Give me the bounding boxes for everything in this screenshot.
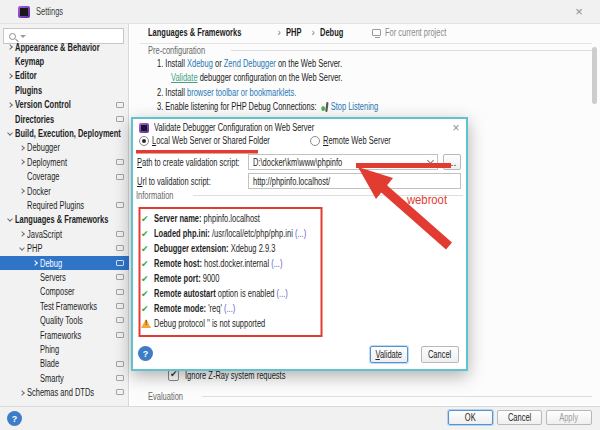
chevron-right-icon[interactable] — [30, 261, 40, 265]
xdebug-link[interactable]: Xdebug — [187, 58, 213, 69]
step-text: 2. Install — [157, 87, 187, 98]
sidebar-item-label: Directories — [15, 114, 54, 125]
details-link[interactable]: (...) — [295, 228, 306, 239]
sidebar-item-debug[interactable]: Debug — [0, 256, 129, 270]
breadcrumb-divider — [140, 43, 592, 44]
search-icon — [9, 33, 16, 40]
help-icon[interactable]: ? — [7, 411, 22, 426]
chevron-right-icon[interactable] — [5, 45, 15, 49]
sidebar-item-languages-frameworks[interactable]: Languages & Frameworks — [0, 213, 129, 227]
pre-step-1b: Validate debugger configuration on the W… — [171, 72, 400, 83]
check-icon: ✔ — [141, 214, 154, 224]
sidebar-item-label: Quality Tools — [40, 315, 83, 326]
validate-link[interactable]: Validate — [171, 72, 198, 83]
sidebar-item-quality-tools[interactable]: Quality Tools — [0, 313, 129, 327]
screen-icon — [116, 231, 124, 237]
breadcrumb-debug[interactable]: Debug — [320, 27, 343, 38]
sidebar-item-composer[interactable]: Composer — [0, 285, 129, 299]
apply-button[interactable]: Apply — [546, 410, 592, 425]
chevron-right-icon[interactable] — [17, 232, 27, 236]
dialog-close-icon[interactable]: × — [447, 120, 465, 136]
stop-listening-link[interactable]: Stop Listening — [331, 101, 379, 112]
sidebar-item-schemas-and-dtds[interactable]: Schemas and DTDs — [0, 385, 129, 399]
path-field-label: Path to create validation script: — [137, 157, 240, 168]
dialog-help-icon[interactable]: ? — [138, 346, 153, 361]
sidebar-item-debugger[interactable]: Debugger — [0, 141, 129, 155]
sidebar-item-appearance-behavior[interactable]: Appearance & Behavior — [0, 40, 129, 54]
url-value: http://phpinfo.localhost/ — [253, 176, 405, 187]
sidebar-item-frameworks[interactable]: Frameworks — [0, 328, 129, 342]
details-link[interactable]: (...) — [224, 303, 235, 314]
sidebar-item-coverage[interactable]: Coverage — [0, 170, 129, 184]
sidebar-item-plugins[interactable]: Plugins — [0, 83, 129, 97]
sidebar-item-phing[interactable]: Phing — [0, 342, 129, 356]
sidebar-item-javascript[interactable]: JavaScript — [0, 227, 129, 241]
browse-button[interactable]: ... — [443, 154, 461, 170]
url-input[interactable]: http://phpinfo.localhost/ — [248, 173, 461, 189]
details-link[interactable]: (...) — [277, 288, 288, 299]
section-rule — [193, 195, 463, 196]
chevron-right-icon[interactable] — [17, 391, 27, 395]
chevron-right-icon[interactable] — [17, 160, 27, 164]
sidebar-item-deployment[interactable]: Deployment — [0, 155, 129, 169]
step-text: or — [213, 58, 224, 69]
step-text: on the Web Server. — [276, 58, 342, 69]
chevron-down-icon[interactable] — [17, 248, 27, 250]
window-close-icon[interactable]: × — [566, 2, 592, 22]
sidebar-item-required-plugins[interactable]: Required Plugins — [0, 198, 129, 212]
chevron-down-icon[interactable] — [5, 219, 15, 221]
sidebar-item-test-frameworks[interactable]: Test Frameworks — [0, 299, 129, 313]
ok-button[interactable]: OK — [448, 410, 493, 425]
info-item: ✔Remote port: 9000 — [141, 271, 461, 286]
sidebar-item-label: Phing — [40, 344, 59, 355]
breadcrumb-php[interactable]: PHP — [286, 27, 301, 38]
zend-debugger-link[interactable]: Zend Debugger — [224, 58, 276, 69]
sidebar-item-keymap[interactable]: Keymap — [0, 54, 129, 68]
screen-icon — [116, 375, 124, 381]
sidebar-item-version-control[interactable]: Version Control — [0, 98, 129, 112]
main-scrollbar-thumb[interactable] — [592, 47, 597, 104]
sidebar-item-directories[interactable]: Directories — [0, 112, 129, 126]
scope-label: For current project — [385, 27, 446, 38]
app-icon — [18, 6, 30, 18]
path-input[interactable]: D:\docker\km\www\phpinfo — [248, 154, 438, 170]
local-web-server-radio-label[interactable]: Local Web Server or Shared Folder — [152, 135, 270, 146]
settings-tree: Appearance & BehaviorKeymapEditorPlugins… — [0, 40, 129, 400]
sidebar-item-smarty[interactable]: Smarty — [0, 371, 129, 385]
sidebar-item-php[interactable]: PHP — [0, 241, 129, 255]
breadcrumb-separator: › — [311, 27, 314, 38]
sidebar-item-servers[interactable]: Servers — [0, 270, 129, 284]
sidebar-item-editor[interactable]: Editor — [0, 69, 129, 83]
remote-web-server-radio[interactable] — [310, 136, 320, 146]
local-web-server-radio[interactable] — [139, 136, 149, 146]
sidebar-item-build-execution-deployment[interactable]: Build, Execution, Deployment — [0, 126, 129, 140]
zray-checkbox[interactable]: ✔ — [168, 370, 179, 381]
evaluation-section: Evaluation — [148, 391, 592, 402]
chevron-down-icon[interactable] — [427, 157, 434, 164]
info-item-label: Remote port: — [154, 273, 201, 284]
sidebar-item-docker[interactable]: Docker — [0, 184, 129, 198]
validate-button[interactable]: Validate — [370, 346, 408, 363]
chevron-right-icon[interactable] — [17, 146, 27, 150]
settings-sidebar: Appearance & BehaviorKeymapEditorPlugins… — [0, 24, 129, 406]
chevron-right-icon[interactable] — [17, 189, 27, 193]
remote-web-server-radio-label[interactable]: Remote Web Server — [323, 135, 391, 146]
info-item-label: Remote autostart — [154, 288, 216, 299]
breadcrumb-languages-frameworks[interactable]: Languages & Frameworks — [148, 27, 241, 38]
details-link[interactable]: (...) — [271, 258, 282, 269]
validate-debugger-dialog: Validate Debugger Configuration on Web S… — [131, 117, 468, 371]
sidebar-item-label: PHP — [27, 243, 42, 254]
path-value: D:\docker\km\www\phpinfo — [253, 157, 384, 168]
browser-toolbar-link[interactable]: browser toolbar or bookmarklets. — [187, 87, 296, 98]
section-title: Information — [136, 190, 174, 201]
sidebar-item-label: Docker — [27, 186, 51, 197]
section-title: Evaluation — [148, 391, 183, 402]
window-title: Settings — [36, 6, 63, 17]
chevron-right-icon[interactable] — [5, 74, 15, 78]
dialog-cancel-button[interactable]: Cancel — [421, 346, 459, 363]
dialog-title: Validate Debugger Configuration on Web S… — [154, 122, 314, 133]
cancel-button[interactable]: Cancel — [497, 410, 542, 425]
chevron-right-icon[interactable] — [5, 103, 15, 107]
sidebar-item-blade[interactable]: Blade — [0, 357, 129, 371]
chevron-down-icon[interactable] — [5, 133, 15, 135]
